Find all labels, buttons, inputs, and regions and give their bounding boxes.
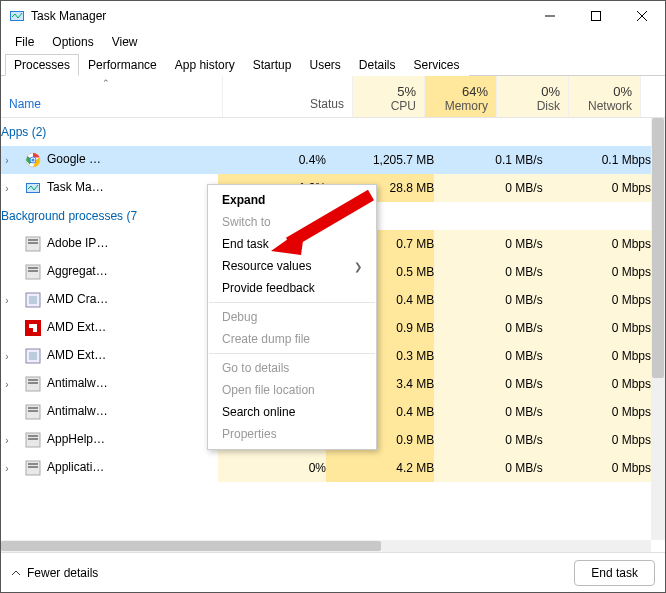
process-name: Antimalware Service Exec [47,376,109,390]
svg-rect-34 [28,463,38,465]
close-button[interactable] [619,1,665,31]
column-name-label: Name [9,97,41,111]
maximize-button[interactable] [573,1,619,31]
menu-options[interactable]: Options [44,33,101,51]
horizontal-scrollbar[interactable] [1,540,651,552]
network-label: Network [588,99,632,113]
scroll-thumb[interactable] [652,118,664,378]
cell-disk: 0 MB/s [434,314,542,342]
bottom-bar: Fewer details End task [1,552,665,592]
process-name: AggregatorHost.exe [47,264,109,278]
cell-disk: 0 MB/s [434,230,542,258]
column-cpu[interactable]: 5% CPU [353,76,425,117]
tab-services[interactable]: Services [405,54,469,76]
tab-performance[interactable]: Performance [79,54,166,76]
process-name: Task Manager [47,180,109,194]
scroll-thumb[interactable] [1,541,381,551]
svg-rect-28 [28,407,38,409]
cell-disk: 0 MB/s [434,342,542,370]
window-title: Task Manager [31,9,106,23]
tab-startup[interactable]: Startup [244,54,301,76]
column-network[interactable]: 0% Network [569,76,641,117]
svg-rect-23 [29,352,37,360]
window-controls [527,1,665,31]
cell-disk: 0 MB/s [434,286,542,314]
svg-rect-25 [28,379,38,381]
column-disk[interactable]: 0% Disk [497,76,569,117]
cpu-label: CPU [391,99,416,113]
titlebar-left: Task Manager [9,8,106,24]
cell-net: 0 Mbps [543,454,651,482]
generic-icon [25,376,41,392]
generic-icon [25,432,41,448]
expand-chevron-icon[interactable]: › [1,295,13,306]
context-separator [209,302,375,303]
cell-mem: 4.2 MB [326,454,434,482]
vertical-scrollbar[interactable] [651,118,665,540]
context-item-resource-values[interactable]: Resource values❯ [208,255,376,277]
svg-rect-29 [28,410,38,412]
chrome-icon [25,152,41,168]
context-item-expand[interactable]: Expand [208,189,376,211]
cell-disk: 0 MB/s [434,258,542,286]
table-row[interactable]: ›Application Frame Host0%4.2 MB0 MB/s0 M… [1,454,651,482]
tab-app-history[interactable]: App history [166,54,244,76]
taskmgr-icon [9,8,25,24]
menubar: FileOptionsView [1,31,665,53]
context-item-label: Search online [222,405,295,419]
expand-chevron-icon[interactable]: › [1,155,13,166]
tab-users[interactable]: Users [300,54,349,76]
menu-file[interactable]: File [7,33,42,51]
context-item-provide-feedback[interactable]: Provide feedback [208,277,376,299]
context-item-create-dump-file: Create dump file [208,328,376,350]
tab-processes[interactable]: Processes [5,54,79,76]
disk-pct: 0% [541,84,560,99]
cell-net: 0 Mbps [543,230,651,258]
cpu-pct: 5% [397,84,416,99]
context-item-label: Create dump file [222,332,310,346]
fewer-details-toggle[interactable]: Fewer details [11,566,98,580]
context-item-end-task[interactable]: End task [208,233,376,255]
minimize-button[interactable] [527,1,573,31]
context-item-label: Expand [222,193,265,207]
cell-cpu: 0% [218,454,326,482]
end-task-button[interactable]: End task [574,560,655,586]
sort-chevron-icon: ⌃ [91,78,121,88]
column-memory[interactable]: 64% Memory [425,76,497,117]
group-header: Apps (2) [1,118,651,146]
process-name: Application Frame Host [47,460,109,474]
table-row[interactable]: ›Google Chrome (53)0.4%1,205.7 MB0.1 MB/… [1,146,651,174]
expand-chevron-icon[interactable]: › [1,435,13,446]
context-item-label: Properties [222,427,277,441]
tab-details[interactable]: Details [350,54,405,76]
context-item-search-online[interactable]: Search online [208,401,376,423]
svg-rect-35 [28,466,38,468]
cell-mem: 1,205.7 MB [326,146,434,174]
svg-rect-31 [28,435,38,437]
cell-net: 0 Mbps [543,398,651,426]
expand-chevron-icon[interactable]: › [1,183,13,194]
expand-chevron-icon[interactable]: › [1,379,13,390]
svg-rect-14 [28,239,38,241]
titlebar: Task Manager [1,1,665,31]
taskmgr-icon [25,180,41,196]
process-name: Antimalware Service Executabl... [47,404,109,418]
context-item-label: Go to details [222,361,289,375]
svg-rect-17 [28,267,38,269]
cell-disk: 0 MB/s [434,174,542,202]
context-item-debug: Debug [208,306,376,328]
tab-strip: ProcessesPerformanceApp historyStartupUs… [1,53,665,76]
expand-chevron-icon[interactable]: › [1,351,13,362]
menu-view[interactable]: View [104,33,146,51]
fewer-details-label: Fewer details [27,566,98,580]
svg-rect-18 [28,270,38,272]
context-item-go-to-details: Go to details [208,357,376,379]
expand-chevron-icon[interactable]: › [1,463,13,474]
cell-disk: 0 MB/s [434,398,542,426]
cell-net: 0 Mbps [543,342,651,370]
context-item-open-file-location: Open file location [208,379,376,401]
process-name: AMD External Events Serv [47,348,109,362]
svg-rect-26 [28,382,38,384]
context-item-properties: Properties [208,423,376,445]
column-status[interactable]: Status [223,76,353,117]
